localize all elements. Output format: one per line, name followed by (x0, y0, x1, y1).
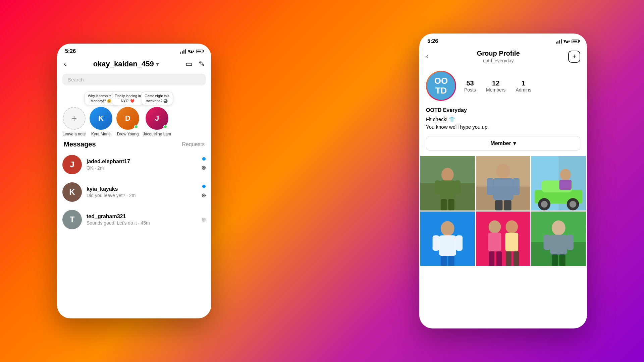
note-name-kyra: Kyra Marie (91, 132, 111, 136)
posts-label: Posts (464, 87, 476, 93)
svg-rect-41 (513, 251, 519, 266)
photo-cell-2[interactable] (476, 156, 531, 210)
note-item-jacqueline[interactable]: Game night thisweekend? 🎱 J Jacqueline L… (143, 107, 171, 136)
add-note-avatar[interactable]: + (63, 107, 86, 130)
svg-rect-12 (487, 178, 493, 195)
search-bar[interactable]: Search (62, 74, 206, 85)
group-subtitle: ootd_everyday (477, 58, 520, 63)
note-item-add[interactable]: + Leave a note (62, 107, 86, 136)
member-label: Member (490, 140, 511, 146)
notes-row: + Leave a note Why is tomorrowMonday!? 😩… (62, 94, 206, 139)
photo-cell-1[interactable] (420, 156, 475, 210)
preview-kyia: Did you leave yet? · 2m (87, 193, 197, 198)
preview-ted: Sounds good! Let's do it · 45m (87, 220, 197, 226)
svg-rect-38 (489, 251, 494, 266)
members-label: Members (486, 87, 505, 93)
note-item-drew[interactable]: Finally landing inNYC! ❤️ D Drew Young (116, 107, 140, 136)
group-title-area: Group Profile ootd_everyday (477, 50, 520, 63)
photo-cell-5[interactable] (476, 212, 531, 266)
photo-grid (419, 156, 587, 266)
wifi-icon: ▾▴• (188, 49, 194, 54)
group-avatar: OOTD (426, 71, 456, 101)
username-jaded: jaded.elephant17 (87, 159, 197, 165)
message-content-kyia: kyia_kayaks Did you leave yet? · 2m (87, 186, 197, 198)
svg-point-23 (570, 201, 576, 207)
edit-icon[interactable]: ✎ (199, 60, 205, 68)
video-call-icon[interactable]: ▭ (185, 60, 193, 68)
svg-rect-13 (513, 178, 519, 195)
back-button[interactable]: ‹ (64, 60, 66, 68)
right-phone: 5:26 ▾▴• ‹ Group Profile ootd_everyday + (419, 34, 587, 328)
note-item-kyra[interactable]: Why is tomorrowMonday!? 😩 K Kyra Marie (89, 107, 113, 136)
svg-rect-33 (476, 212, 531, 266)
svg-point-24 (560, 169, 571, 181)
username-title: okay_kaiden_459 (93, 60, 154, 68)
svg-rect-14 (495, 200, 502, 210)
avatar-kyia: K (62, 182, 82, 202)
svg-rect-48 (552, 254, 558, 266)
camera-icon[interactable]: ⎈ (202, 163, 206, 172)
svg-point-36 (505, 220, 518, 233)
group-name: OOTD Everyday (426, 106, 580, 114)
posts-count: 53 (464, 79, 476, 87)
status-icons-left: ▾▴• (180, 49, 203, 54)
svg-point-44 (552, 220, 566, 235)
add-member-button[interactable]: + (568, 51, 580, 63)
message-item[interactable]: J jaded.elephant17 OK · 2m ⎈ (62, 151, 206, 178)
svg-rect-37 (505, 233, 518, 251)
stat-members: 12 Members (486, 79, 505, 93)
svg-rect-7 (448, 199, 454, 210)
admins-count: 1 (516, 79, 531, 87)
message-item[interactable]: T ted_graham321 Sounds good! Let's do it… (62, 206, 206, 233)
search-placeholder: Search (68, 77, 84, 82)
status-bar-left: 5:26 ▾▴• (57, 44, 211, 57)
chevron-down-icon: ▾ (156, 61, 159, 67)
note-name-jacqueline: Jacqueline Lam (143, 132, 171, 136)
svg-rect-35 (488, 233, 501, 251)
photo-cell-6[interactable] (531, 212, 586, 266)
svg-point-21 (541, 201, 548, 207)
requests-label[interactable]: Requests (182, 141, 205, 147)
back-button-right[interactable]: ‹ (426, 52, 428, 61)
message-right-ted: ⎈ (202, 215, 206, 224)
svg-rect-25 (559, 180, 572, 190)
message-right-jaded: ⎈ (202, 157, 206, 172)
svg-rect-6 (441, 199, 447, 210)
svg-rect-45 (550, 235, 567, 254)
svg-point-34 (488, 220, 501, 233)
group-profile-title: Group Profile (477, 50, 520, 57)
camera-icon[interactable]: ⎈ (202, 191, 206, 199)
left-phone: 5:26 ▾▴• ‹ okay_kaiden_459 ▾ ▭ ✎ Search (57, 44, 211, 318)
messages-header: Messages Requests (57, 139, 211, 151)
svg-point-2 (441, 168, 454, 182)
battery-icon-right (572, 40, 579, 43)
signal-icon-right (556, 39, 562, 44)
svg-rect-49 (559, 254, 566, 266)
stat-admins: 1 Admins (516, 79, 531, 93)
username-ted: ted_graham321 (87, 214, 197, 220)
svg-rect-46 (544, 235, 550, 250)
stat-posts: 53 Posts (464, 79, 476, 93)
nav-title[interactable]: okay_kaiden_459 ▾ (93, 60, 159, 68)
online-indicator-drew (134, 125, 138, 129)
group-bio: OOTD Everyday Fit check! 👕 You know we'l… (419, 106, 587, 135)
unread-indicator (202, 157, 206, 161)
member-button[interactable]: Member ▾ (426, 136, 580, 150)
message-item[interactable]: K kyia_kayaks Did you leave yet? · 2m ⎈ (62, 178, 206, 206)
group-profile-section: OOTD 53 Posts 12 Members 1 Admins (419, 65, 587, 106)
svg-rect-31 (441, 256, 447, 266)
members-count: 12 (486, 79, 505, 87)
bio-line1: Fit check! 👕 (426, 116, 580, 123)
group-stats: 53 Posts 12 Members 1 Admins (464, 79, 531, 93)
online-indicator-jacqueline (163, 125, 167, 129)
message-list: J jaded.elephant17 OK · 2m ⎈ K kyia_kaya… (57, 151, 211, 233)
svg-point-27 (441, 221, 454, 236)
message-content-ted: ted_graham321 Sounds good! Let's do it ·… (87, 214, 197, 226)
notes-section: + Leave a note Why is tomorrowMonday!? 😩… (57, 88, 211, 139)
photo-cell-3[interactable] (531, 156, 586, 210)
leave-note-label: Leave a note (62, 132, 86, 136)
camera-icon[interactable]: ⎈ (202, 215, 206, 224)
unread-indicator (202, 185, 206, 188)
photo-cell-4[interactable] (420, 212, 475, 266)
svg-rect-28 (439, 235, 456, 256)
